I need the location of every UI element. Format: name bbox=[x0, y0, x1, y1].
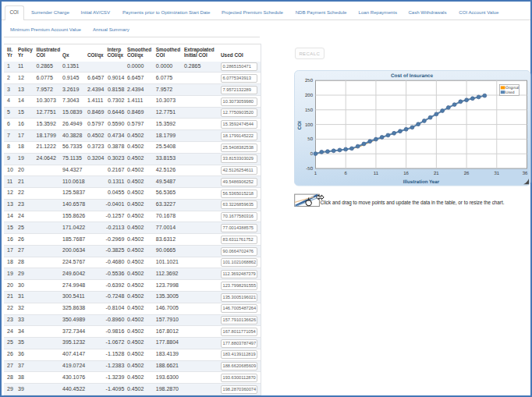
svg-text:21: 21 bbox=[434, 171, 439, 176]
svg-text:Cost of Insurance: Cost of Insurance bbox=[391, 73, 433, 79]
svg-text:31: 31 bbox=[494, 171, 499, 176]
svg-text:16: 16 bbox=[403, 171, 409, 176]
svg-text:Illustration Year: Illustration Year bbox=[403, 179, 440, 185]
svg-text:50: 50 bbox=[307, 136, 313, 142]
svg-text:100: 100 bbox=[305, 122, 314, 128]
svg-text:COI: COI bbox=[297, 121, 303, 129]
svg-text:200: 200 bbox=[305, 93, 314, 98]
svg-text:Used: Used bbox=[505, 90, 515, 95]
svg-text:26: 26 bbox=[464, 171, 470, 176]
svg-text:36: 36 bbox=[523, 171, 528, 176]
svg-text:11: 11 bbox=[374, 171, 379, 176]
svg-text:150: 150 bbox=[305, 108, 314, 113]
svg-text:Original: Original bbox=[505, 86, 519, 90]
svg-text:-50: -50 bbox=[306, 166, 313, 172]
svg-text:250: 250 bbox=[305, 78, 314, 83]
